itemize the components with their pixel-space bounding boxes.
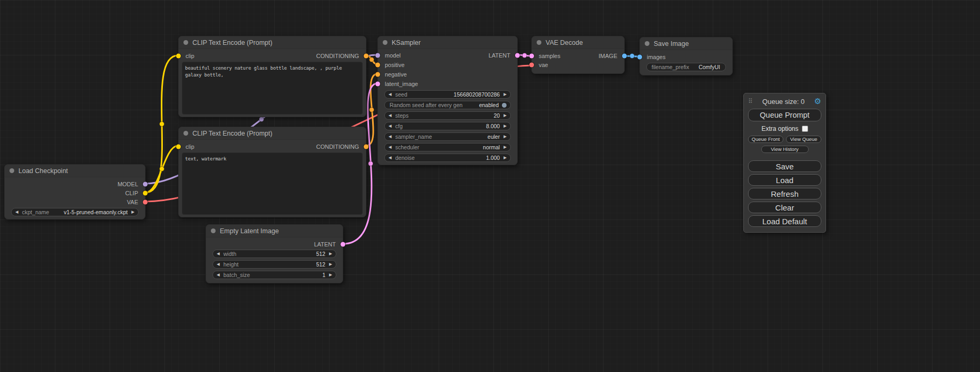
node-title-bar[interactable]: CLIP Text Encode (Prompt) — [179, 36, 366, 49]
next-value-arrow-icon[interactable]: ▶ — [503, 156, 507, 160]
io-row: clip CONDITIONING — [179, 142, 366, 151]
prev-value-arrow-icon[interactable]: ◀ — [217, 273, 220, 277]
scheduler-widget[interactable]: ◀ scheduler normal ▶ — [384, 143, 511, 151]
seed-widget[interactable]: ◀ seed 156680208700286 ▶ — [384, 90, 511, 99]
denoise-widget[interactable]: ◀ denoise 1.000 ▶ — [384, 154, 511, 162]
next-value-arrow-icon[interactable]: ▶ — [131, 210, 134, 214]
vae-output-port[interactable] — [143, 199, 148, 204]
negative-input-port[interactable] — [375, 72, 380, 77]
prev-value-arrow-icon[interactable]: ◀ — [217, 252, 220, 256]
prev-value-arrow-icon[interactable]: ◀ — [389, 145, 392, 149]
collapse-dot-icon[interactable] — [9, 168, 14, 173]
refresh-button[interactable]: Refresh — [748, 188, 821, 199]
prev-value-arrow-icon[interactable]: ◀ — [389, 156, 392, 160]
queue-prompt-button[interactable]: Queue Prompt — [748, 109, 821, 121]
next-value-arrow-icon[interactable]: ▶ — [503, 135, 507, 139]
model-input-port[interactable] — [375, 53, 380, 58]
queue-front-button[interactable]: Queue Front — [748, 136, 783, 143]
prev-value-arrow-icon[interactable]: ◀ — [389, 124, 392, 128]
clip-output-port[interactable] — [143, 190, 148, 195]
node-title-bar[interactable]: Load Checkpoint — [5, 165, 145, 177]
node-clip-text-encode-negative[interactable]: CLIP Text Encode (Prompt) clip CONDITION… — [178, 127, 366, 217]
extra-options-row: Extra options — [748, 125, 821, 132]
node-title: CLIP Text Encode (Prompt) — [192, 39, 273, 46]
collapse-dot-icon[interactable] — [383, 40, 387, 45]
load-default-button[interactable]: Load Default — [748, 215, 821, 227]
next-value-arrow-icon[interactable]: ▶ — [329, 252, 332, 256]
node-clip-text-encode-positive[interactable]: CLIP Text Encode (Prompt) clip CONDITION… — [178, 36, 366, 117]
collapse-dot-icon[interactable] — [537, 40, 541, 45]
clip-input-port[interactable] — [176, 54, 181, 59]
node-title-bar[interactable]: Empty Latent Image — [206, 225, 343, 237]
clip-input-port[interactable] — [176, 145, 181, 149]
widget-label: cfg — [395, 123, 403, 129]
images-input-port[interactable] — [637, 55, 642, 60]
next-value-arrow-icon[interactable]: ▶ — [329, 262, 332, 266]
widget-value: 1 — [322, 272, 325, 278]
steps-widget[interactable]: ◀ steps 20 ▶ — [384, 111, 511, 120]
node-graph-canvas[interactable]: Load Checkpoint MODEL CLIP VAE ◀ ckpt_na… — [0, 0, 980, 372]
collapse-dot-icon[interactable] — [211, 228, 216, 233]
conditioning-output-port[interactable] — [364, 145, 368, 149]
node-save-image[interactable]: Save Image images filename_prefix ComfyU… — [639, 37, 733, 75]
view-history-button[interactable]: View History — [761, 146, 809, 153]
prev-value-arrow-icon[interactable]: ◀ — [15, 210, 18, 214]
vae-input-port[interactable] — [529, 62, 534, 67]
settings-gear-icon[interactable]: ⚙ — [814, 97, 821, 106]
next-value-arrow-icon[interactable]: ▶ — [503, 145, 507, 149]
latent-output-port[interactable] — [341, 242, 345, 247]
conditioning-output-port[interactable] — [364, 54, 368, 59]
prev-value-arrow-icon[interactable]: ◀ — [389, 113, 392, 118]
prev-value-arrow-icon[interactable]: ◀ — [389, 135, 392, 139]
node-title-bar[interactable]: VAE Decode — [532, 36, 624, 49]
positive-prompt-textarea[interactable]: beautiful scenery nature glass bottle la… — [182, 62, 363, 115]
widget-value: normal — [483, 144, 500, 150]
view-queue-button[interactable]: View Queue — [786, 136, 821, 143]
next-value-arrow-icon[interactable]: ▶ — [503, 124, 507, 128]
node-load-checkpoint[interactable]: Load Checkpoint MODEL CLIP VAE ◀ ckpt_na… — [4, 164, 145, 220]
latent-image-input-port[interactable] — [375, 82, 380, 87]
widget-value: ComfyUI — [698, 64, 720, 70]
positive-input-port[interactable] — [375, 63, 380, 68]
collapse-dot-icon[interactable] — [183, 40, 188, 45]
batch-size-widget[interactable]: ◀ batch_size 1 ▶ — [212, 271, 336, 279]
image-output-port[interactable] — [622, 53, 627, 58]
cfg-widget[interactable]: ◀ cfg 8.000 ▶ — [384, 122, 511, 130]
prev-value-arrow-icon[interactable]: ◀ — [389, 92, 392, 97]
io-row: model LATENT — [378, 51, 517, 60]
load-button[interactable]: Load — [748, 174, 821, 186]
node-title-bar[interactable]: KSampler — [378, 36, 517, 49]
latent-output-port[interactable] — [515, 53, 520, 58]
extra-options-checkbox[interactable] — [802, 126, 808, 132]
random-seed-toggle[interactable]: Random seed after every gen enabled — [384, 101, 511, 109]
clear-button[interactable]: Clear — [748, 202, 821, 213]
negative-prompt-textarea[interactable]: text, watermark — [182, 152, 363, 215]
port-label: negative — [385, 71, 407, 78]
node-vae-decode[interactable]: VAE Decode samples IMAGE vae — [531, 36, 625, 74]
node-title-bar[interactable]: Save Image — [640, 37, 732, 50]
wire-midpoint-dot — [522, 53, 527, 58]
next-value-arrow-icon[interactable]: ▶ — [503, 92, 507, 97]
filename-prefix-widget[interactable]: filename_prefix ComfyUI — [646, 63, 726, 71]
collapse-dot-icon[interactable] — [645, 41, 649, 46]
next-value-arrow-icon[interactable]: ▶ — [329, 273, 332, 277]
height-widget[interactable]: ◀ height 512 ▶ — [212, 260, 336, 269]
port-label: CLIP — [125, 190, 138, 196]
next-value-arrow-icon[interactable]: ▶ — [503, 113, 507, 118]
widget-label: sampler_name — [395, 133, 432, 140]
ckpt-name-widget[interactable]: ◀ ckpt_name v1-5-pruned-emaonly.ckpt ▶ — [11, 208, 139, 216]
port-label: clip — [186, 144, 195, 150]
save-button[interactable]: Save — [748, 160, 821, 172]
node-ksampler[interactable]: KSampler model LATENT positive negative … — [377, 36, 518, 165]
node-title-bar[interactable]: CLIP Text Encode (Prompt) — [179, 127, 366, 140]
toggle-on-dot-icon[interactable] — [502, 103, 507, 108]
wire-midpoint-dot — [370, 108, 374, 112]
samples-input-port[interactable] — [529, 53, 534, 58]
collapse-dot-icon[interactable] — [183, 131, 188, 136]
width-widget[interactable]: ◀ width 512 ▶ — [212, 250, 336, 258]
prev-value-arrow-icon[interactable]: ◀ — [217, 262, 220, 266]
sampler-name-widget[interactable]: ◀ sampler_name euler ▶ — [384, 132, 511, 141]
model-output-port[interactable] — [143, 182, 148, 186]
node-empty-latent-image[interactable]: Empty Latent Image LATENT ◀ width 512 ▶ … — [206, 224, 343, 283]
drag-handle-icon[interactable]: ⠿ — [748, 98, 753, 105]
